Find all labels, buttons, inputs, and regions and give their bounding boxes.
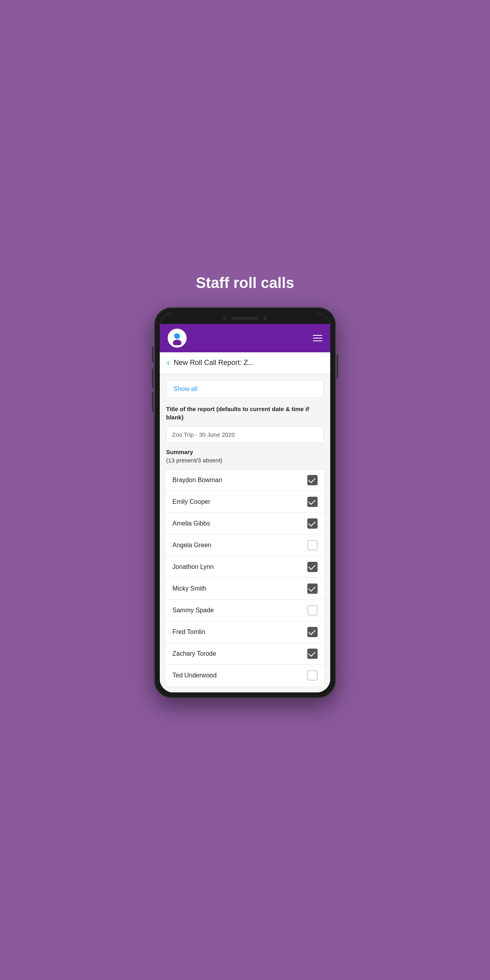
student-name: Ted Underwood: [172, 672, 217, 679]
checkbox-checked-icon: [307, 475, 318, 485]
student-name: Emily Cooper: [172, 498, 210, 505]
student-row[interactable]: Amelia Gibbs: [166, 513, 324, 535]
student-name: Zachary Torode: [172, 650, 216, 657]
student-name: Fred Tomlin: [172, 628, 205, 636]
volume-down-button: [152, 392, 153, 412]
volume-up-button: [152, 368, 153, 388]
student-checkbox[interactable]: [307, 584, 318, 594]
student-row[interactable]: Fred Tomlin: [166, 621, 324, 643]
student-list: Braydon BowmanEmily CooperAmelia GibbsAn…: [166, 469, 324, 686]
student-row[interactable]: Ted Underwood: [166, 665, 324, 686]
phone-dot-left: [223, 317, 226, 320]
student-row[interactable]: Angela Green: [166, 535, 324, 556]
phone-screen: ‹ New Roll Call Report: Z... Show all Ti…: [160, 313, 330, 692]
show-all-button[interactable]: Show all: [166, 380, 324, 398]
summary-label: Summary: [166, 449, 324, 455]
student-name: Braydon Bowman: [172, 477, 222, 484]
checkbox-checked-icon: [307, 649, 318, 659]
phone-notch-bar: [160, 313, 330, 324]
hamburger-line-3: [313, 340, 322, 341]
student-name: Micky Smith: [172, 585, 206, 592]
page-header-title: New Roll Call Report: Z...: [174, 359, 254, 367]
volume-silent-button: [152, 347, 153, 363]
checkbox-unchecked-icon: [307, 605, 318, 615]
checkbox-checked-icon: [307, 584, 318, 594]
checkbox-checked-icon: [307, 627, 318, 637]
student-checkbox[interactable]: [307, 475, 318, 485]
student-row[interactable]: Braydon Bowman: [166, 469, 324, 491]
student-name: Amelia Gibbs: [172, 520, 210, 527]
student-checkbox[interactable]: [307, 649, 318, 659]
app-logo: [168, 329, 187, 348]
checkbox-checked-icon: [307, 497, 318, 507]
page-title: Staff roll calls: [196, 275, 294, 292]
app-logo-svg: [170, 331, 184, 345]
page-header: ‹ New Roll Call Report: Z...: [160, 352, 330, 374]
student-row[interactable]: Micky Smith: [166, 578, 324, 600]
report-title-input[interactable]: [166, 426, 324, 443]
student-name: Sammy Spade: [172, 607, 214, 614]
student-checkbox[interactable]: [307, 670, 318, 681]
report-title-label: Title of the report (defaults to current…: [166, 405, 324, 421]
app-header: [160, 324, 330, 352]
hamburger-line-1: [313, 335, 322, 336]
summary-value: (13 present/3 absent): [166, 457, 324, 464]
student-checkbox[interactable]: [307, 605, 318, 615]
checkbox-checked-icon: [307, 518, 318, 529]
checkbox-unchecked-icon: [307, 540, 318, 550]
student-row[interactable]: Emily Cooper: [166, 491, 324, 513]
student-row[interactable]: Zachary Torode: [166, 643, 324, 665]
outer-container: Staff roll calls: [135, 259, 355, 722]
phone-frame: ‹ New Roll Call Report: Z... Show all Ti…: [154, 307, 336, 698]
student-checkbox[interactable]: [307, 518, 318, 529]
hamburger-button[interactable]: [313, 335, 322, 341]
student-name: Angela Green: [172, 542, 211, 549]
student-row[interactable]: Jonathon Lynn: [166, 556, 324, 578]
show-all-label: Show all: [174, 385, 197, 392]
checkbox-unchecked-icon: [307, 670, 318, 681]
student-checkbox[interactable]: [307, 562, 318, 572]
hamburger-line-2: [313, 338, 322, 339]
checkbox-checked-icon: [307, 562, 318, 572]
phone-camera: [263, 316, 267, 320]
back-button[interactable]: ‹: [167, 358, 170, 368]
student-row[interactable]: Sammy Spade: [166, 600, 324, 621]
content-area: Show all Title of the report (defaults t…: [160, 374, 330, 692]
student-name: Jonathon Lynn: [172, 563, 213, 570]
student-checkbox[interactable]: [307, 540, 318, 550]
power-button: [337, 355, 338, 378]
phone-speaker: [231, 317, 258, 320]
student-checkbox[interactable]: [307, 497, 318, 507]
student-checkbox[interactable]: [307, 627, 318, 637]
